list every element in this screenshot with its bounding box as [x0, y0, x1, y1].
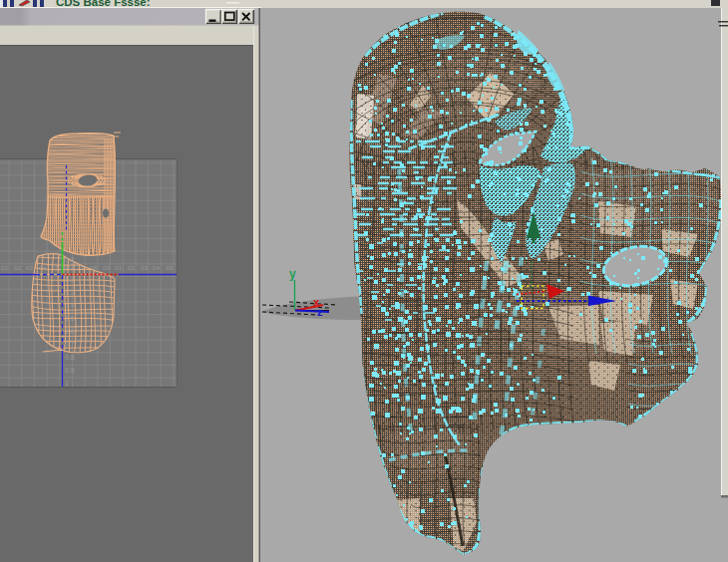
svg-text:0.9: 0.9 — [65, 367, 75, 374]
svg-text:CDS Base Fssse:: CDS Base Fssse: — [56, 0, 151, 8]
svg-text:0.1: 0.1 — [65, 263, 75, 270]
svg-text:z: z — [317, 306, 323, 318]
svg-text:0.4: 0.4 — [65, 302, 75, 309]
svg-text:y: y — [289, 267, 296, 281]
svg-text:0.8: 0.8 — [65, 354, 75, 361]
svg-text:1: 1 — [65, 380, 69, 387]
svg-text:0.2: 0.2 — [65, 276, 75, 283]
svg-text:0.1: 0.1 — [64, 255, 76, 264]
svg-text:0.3: 0.3 — [65, 289, 75, 296]
